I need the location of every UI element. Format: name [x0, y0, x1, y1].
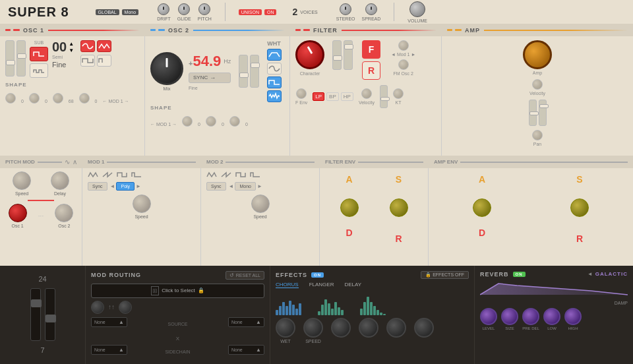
mod1-poly-right[interactable]: ►: [136, 183, 141, 189]
osc1-volume-slider[interactable]: [5, 40, 15, 76]
osc1-wave-sine[interactable]: [80, 40, 95, 52]
filter-env-a-knob[interactable]: [340, 198, 359, 217]
sync-button[interactable]: SYNC →: [189, 73, 231, 83]
spread-knob[interactable]: [365, 3, 377, 15]
effect-knob5[interactable]: [386, 318, 406, 338]
filter-mod1-knob[interactable]: [398, 40, 409, 51]
wave-btn-sub[interactable]: [30, 63, 48, 78]
effects-off-button[interactable]: 🔒 EFFECTS OFF: [421, 271, 469, 279]
filter-kt-knob[interactable]: [393, 88, 404, 99]
reverb-size-knob[interactable]: [501, 308, 518, 325]
chorus-label[interactable]: CHORUS: [276, 282, 299, 288]
osc2-slider2[interactable]: [250, 55, 259, 88]
glide-knob-wrap: GLIDE: [177, 3, 191, 21]
amp-env-s-knob[interactable]: [570, 198, 589, 217]
routing-knob1[interactable]: [91, 301, 104, 314]
effect-knob6[interactable]: [414, 318, 434, 338]
osc2-knob3[interactable]: [229, 116, 240, 127]
filter-kt-slider[interactable]: [380, 85, 388, 108]
reverb-predelay-knob[interactable]: [522, 308, 539, 325]
osc2-slider1[interactable]: [239, 55, 248, 88]
osc1-fine-slider[interactable]: [16, 40, 26, 76]
reverb-level-knob[interactable]: [480, 308, 497, 325]
osc2-wave-tri[interactable]: [267, 49, 282, 61]
bottom-slider1[interactable]: [30, 288, 41, 341]
filter-f-key[interactable]: F: [362, 40, 380, 59]
volume-knob[interactable]: [409, 1, 425, 17]
mod1-poly-btn[interactable]: Poly: [116, 182, 135, 191]
mod2-sync-btn[interactable]: Sync: [206, 182, 226, 191]
osc1-knob1[interactable]: [5, 93, 16, 104]
glide-knob[interactable]: [178, 3, 190, 15]
osc2-mix-knob[interactable]: [150, 52, 183, 85]
mod2-mono-left[interactable]: ◄: [229, 183, 234, 189]
filter-character-knob[interactable]: [295, 40, 324, 69]
amp-velocity-knob[interactable]: [532, 79, 543, 90]
routing-none4[interactable]: None ▲: [228, 345, 264, 355]
osc2-wave-sine[interactable]: [267, 63, 282, 75]
filter-hp-btn[interactable]: HP: [341, 92, 353, 101]
filter-slider1[interactable]: [332, 40, 342, 70]
reverb-high-knob[interactable]: [564, 308, 582, 325]
reset-all-button[interactable]: ↺ RESET ALL: [226, 271, 264, 280]
click-to-select[interactable]: ⊞ Click to Select 🔒: [91, 284, 264, 298]
mod2-mono-btn[interactable]: Mono: [235, 182, 256, 191]
osc1-knob2[interactable]: [29, 93, 40, 104]
global-mode[interactable]: Mono: [122, 9, 139, 15]
osc1-knob3[interactable]: [53, 93, 63, 104]
reverb-low-knob[interactable]: [543, 308, 560, 325]
amp-slider2[interactable]: [539, 100, 547, 126]
amp-knob[interactable]: [523, 40, 552, 69]
amp-env-a-knob[interactable]: [473, 198, 491, 217]
mod1-sync-btn[interactable]: Sync: [88, 182, 107, 191]
effects-on-tag[interactable]: ON: [311, 272, 324, 278]
pitch-osc2-knob[interactable]: [55, 204, 73, 222]
filter-fenv-knob[interactable]: [296, 88, 307, 99]
pitch-speed-knob[interactable]: [13, 171, 31, 190]
mod2-mono-right[interactable]: ►: [257, 183, 262, 189]
osc2-wave-noise[interactable]: [267, 90, 282, 102]
filter-velocity-knob[interactable]: [361, 88, 372, 99]
pitch-osc1-knob[interactable]: [9, 204, 27, 222]
galactic-left[interactable]: ◄: [588, 271, 593, 277]
filter-slider2[interactable]: [344, 40, 353, 70]
osc1-wave-tri[interactable]: [97, 40, 111, 52]
filter-fm-knob[interactable]: [398, 59, 409, 70]
mix-label: Mix: [164, 86, 171, 91]
pitch-delay-knob[interactable]: [51, 171, 69, 190]
effect-knob4[interactable]: [359, 318, 378, 338]
semi-down[interactable]: ▼: [69, 47, 74, 53]
mod1-poly-left[interactable]: ◄: [110, 183, 115, 189]
drift-knob[interactable]: [158, 3, 169, 15]
amp-pan-knob[interactable]: [532, 130, 543, 140]
bottom-slider2[interactable]: [45, 288, 55, 341]
osc2-wave-sq[interactable]: [267, 76, 282, 88]
filter-lp-btn[interactable]: LP: [313, 92, 324, 101]
effect-knob3[interactable]: [331, 318, 351, 338]
semi-up[interactable]: ▲: [69, 41, 74, 47]
effect-wet-knob[interactable]: [276, 318, 295, 338]
routing-none1[interactable]: None ▲: [91, 317, 127, 327]
routing-none2[interactable]: None ▲: [228, 317, 264, 327]
wave-btn-square[interactable]: [30, 47, 48, 61]
filter-bp-btn[interactable]: BP: [326, 92, 339, 101]
flanger-label[interactable]: FLANGER: [309, 282, 334, 288]
reverb-on-tag[interactable]: ON: [513, 272, 526, 277]
osc1-knob4[interactable]: [79, 93, 90, 104]
osc1-wave-sq2[interactable]: [80, 55, 95, 67]
stereo-knob[interactable]: [340, 3, 351, 15]
routing-none3[interactable]: None ▲: [91, 345, 127, 355]
effect-speed-knob[interactable]: [303, 318, 323, 338]
unison-state[interactable]: ON: [264, 9, 277, 15]
amp-slider1[interactable]: [529, 100, 537, 126]
mod1-speed-knob[interactable]: [133, 195, 151, 213]
filter-r-key[interactable]: R: [362, 61, 380, 80]
osc2-knob2[interactable]: [206, 116, 216, 127]
delay-label[interactable]: DELAY: [344, 282, 361, 288]
mod2-speed-knob[interactable]: [251, 195, 270, 213]
routing-knob2[interactable]: [119, 301, 132, 314]
osc1-wave-sq3[interactable]: [97, 55, 111, 67]
osc2-knob1[interactable]: [182, 116, 193, 127]
filter-env-s-knob[interactable]: [390, 198, 408, 217]
pitch-knob[interactable]: [198, 3, 210, 15]
